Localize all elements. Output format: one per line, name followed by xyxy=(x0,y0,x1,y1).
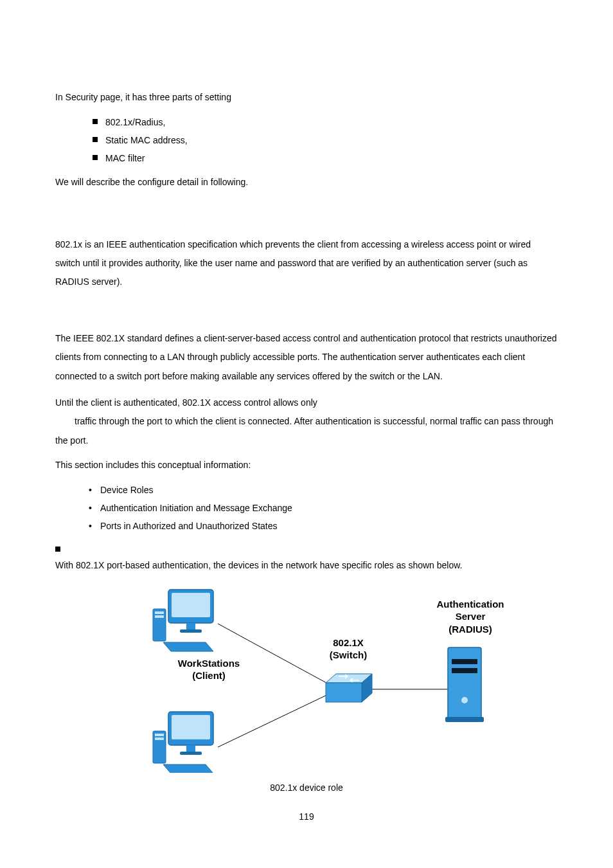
list-item: 802.1x/Radius, xyxy=(105,113,558,131)
svg-line-1 xyxy=(218,692,332,747)
workstation-icon xyxy=(153,590,213,651)
svg-rect-20 xyxy=(452,668,477,673)
svg-rect-8 xyxy=(155,611,164,614)
square-bullet-icon xyxy=(55,547,60,552)
concepts-list: Device Roles Authentication Initiation a… xyxy=(55,481,558,535)
paragraph-standard: The IEEE 802.1X standard defines a clien… xyxy=(55,329,558,386)
switch-label: 802.1X (Switch) xyxy=(310,637,387,662)
figure-8021x-roles: WorkStations (Client) 802.1X (Switch) Au… xyxy=(107,586,506,773)
svg-rect-12 xyxy=(186,745,195,752)
svg-rect-9 xyxy=(155,615,164,618)
intro-text: In Security page, it has three parts of … xyxy=(55,90,558,105)
svg-rect-19 xyxy=(452,659,477,664)
svg-rect-18 xyxy=(448,647,481,718)
svg-rect-16 xyxy=(155,737,164,740)
figure-caption: 802.1x device role xyxy=(55,782,558,793)
server-icon xyxy=(445,647,484,722)
parts-list: 802.1x/Radius, Static MAC address, MAC f… xyxy=(55,113,558,167)
list-item: Authentication Initiation and Message Ex… xyxy=(100,499,558,517)
svg-rect-17 xyxy=(326,683,362,702)
svg-rect-11 xyxy=(172,715,210,739)
server-label: Authentication Server (RADIUS) xyxy=(422,598,519,636)
list-item: Ports in Authorized and Unauthorized Sta… xyxy=(100,517,558,535)
intro-close: We will describe the configure detail in… xyxy=(55,175,558,190)
svg-rect-6 xyxy=(180,629,202,633)
workstation-icon xyxy=(153,712,213,773)
svg-rect-5 xyxy=(186,623,195,629)
list-item: MAC filter xyxy=(105,149,558,167)
paragraph-until-a: Until the client is authenticated, 802.1… xyxy=(55,393,558,412)
switch-icon xyxy=(326,674,372,702)
paragraph-until-b: traffic through the port to which the cl… xyxy=(55,412,558,450)
paragraph-section-includes: This section includes this conceptual in… xyxy=(55,458,558,473)
page-number: 119 xyxy=(0,811,613,822)
paragraph-device-roles: With 802.1X port-based authentication, t… xyxy=(55,558,558,574)
svg-point-21 xyxy=(461,697,468,703)
svg-rect-22 xyxy=(445,717,484,722)
svg-rect-13 xyxy=(180,752,202,755)
paragraph-8021x-def: 802.1x is an IEEE authentication specifi… xyxy=(55,235,558,292)
list-item: Static MAC address, xyxy=(105,131,558,149)
list-item: Device Roles xyxy=(100,481,558,499)
svg-rect-4 xyxy=(172,593,210,617)
svg-rect-15 xyxy=(155,734,164,736)
client-label: WorkStations (Client) xyxy=(164,657,254,682)
